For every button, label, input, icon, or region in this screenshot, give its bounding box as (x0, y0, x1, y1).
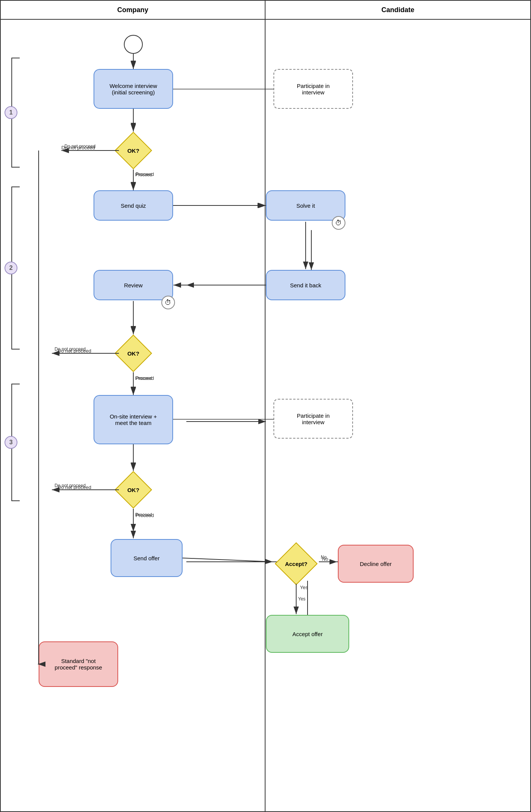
proceed-3-label: Proceed (136, 513, 154, 518)
yes-label: Yes (300, 585, 308, 590)
header-row: Company Candidate (1, 1, 530, 20)
do-not-proceed-2-label: Do not proceed (58, 348, 91, 354)
accept-diamond-wrapper: Accept? (273, 545, 319, 583)
review-node: Review (94, 270, 173, 300)
no-label: No (322, 556, 328, 562)
candidate-label: Candidate (381, 6, 414, 14)
send-offer-node: Send offer (111, 539, 183, 577)
diagram-container: Company Candidate (0, 0, 531, 812)
decline-offer-node: Decline offer (338, 545, 414, 583)
candidate-header: Candidate (266, 1, 530, 19)
connector-1 (173, 89, 275, 89)
do-not-proceed-3-label: Do not proceed (58, 484, 91, 490)
onsite-interview-node: On-site interview + meet the team (94, 395, 173, 444)
solve-it-node: Solve it (266, 190, 345, 221)
proceed-2-label: Proceed (136, 375, 154, 381)
accept-offer-node: Accept offer (266, 615, 349, 653)
participate-interview-2-node: Participate in interview (273, 399, 353, 439)
clock-solve-icon: ⏱ (332, 216, 345, 230)
content-area: 1 2 3 Welcome interview (initial screeni… (1, 20, 530, 811)
do-not-proceed-1-label: Do not proceed (61, 145, 95, 150)
ok2-diamond-wrapper: OK? (114, 334, 152, 372)
ok1-diamond-wrapper: OK? (114, 132, 152, 169)
bracket-circle-1: 1 (5, 106, 17, 119)
send-it-back-node: Send it back (266, 270, 345, 300)
bracket-2: 2 (5, 187, 23, 350)
ok3-diamond-wrapper: OK? (114, 471, 152, 509)
clock-review-icon: ⏱ (161, 296, 175, 309)
bracket-3: 3 (5, 384, 23, 501)
start-circle (124, 35, 143, 54)
company-header: Company (1, 1, 266, 19)
company-label: Company (117, 6, 148, 14)
proceed-1-label: Proceed (136, 171, 154, 177)
send-quiz-node: Send quiz (94, 190, 173, 221)
welcome-interview-node: Welcome interview (initial screening) (94, 69, 173, 109)
bracket-circle-2: 2 (5, 262, 17, 274)
connector-2 (173, 419, 275, 420)
standard-not-proceed-node: Standard "not proceed" response (39, 641, 118, 687)
bracket-circle-3: 3 (5, 436, 17, 449)
bracket-1: 1 (5, 58, 23, 168)
participate-interview-1-node: Participate in interview (273, 69, 353, 109)
